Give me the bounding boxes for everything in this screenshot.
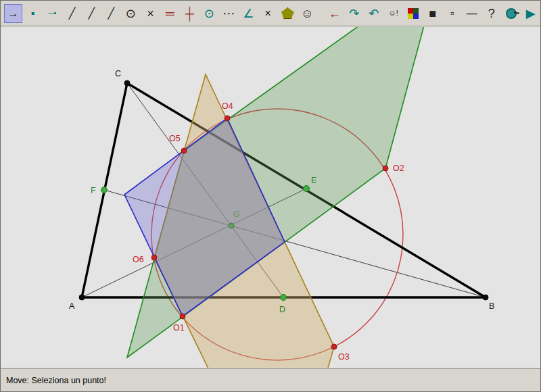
label-A: A [69,301,75,311]
zoom-button-button[interactable] [502,4,520,23]
fill-color-button-button[interactable]: ■ [423,4,442,23]
toolbar-separator [317,5,325,22]
label-O2: O2 [393,164,404,173]
point-O3[interactable] [331,344,337,349]
label-E: E [311,176,316,185]
angle-tool-button[interactable]: ∠ [239,4,258,23]
circle-center-point-tool-icon: ⊙ [126,7,136,20]
point-O2[interactable] [383,166,388,171]
label-O6: O6 [133,255,144,264]
line-style-button-button[interactable]: — [463,4,481,23]
new-point-tool-button[interactable]: ▪ [24,4,42,23]
point-O4[interactable] [225,116,230,121]
point-A[interactable] [79,295,85,300]
line-style-button-icon: — [467,8,477,19]
label-G: G [233,210,240,219]
point-C[interactable] [124,80,130,86]
midpoint-tool-button[interactable]: ⋯ [220,4,238,23]
help-button-icon: ? [488,7,495,20]
relation-tool-button[interactable]: ☺ [298,4,316,23]
angle-tool-icon: ∠ [243,7,254,20]
segment-between-points-tool-icon: ╱ [69,8,76,19]
toolbar: →▪─▪╱╱╱⊙×═┼⊙⋯∠×☺←↷↶☺!■▫—?▶ [1,1,540,26]
point-O6[interactable] [151,255,157,260]
label-F: F [91,186,96,195]
point-O1[interactable] [180,314,185,319]
parallel-line-tool-button[interactable]: ═ [161,4,179,23]
geometry-canvas[interactable]: ABCDEFGO1O2O3O4O5O6 [1,27,540,368]
label-O4: O4 [222,101,233,111]
status-bar: Move: Seleziona un punto! [1,368,540,392]
help-button-button[interactable]: ? [482,4,500,23]
delete-object-tool-button[interactable]: × [259,4,277,23]
intersect-tool-button[interactable]: × [141,4,160,23]
point-style-button-icon: ▫ [450,8,454,19]
undo-object-button-button[interactable]: ↶ [364,4,383,23]
label-O3: O3 [338,352,350,362]
geometry-app-window: →▪─▪╱╱╱⊙×═┼⊙⋯∠×☺←↷↶☺!■▫—?▶ ABCDEFGO1O2O3… [0,0,541,392]
label-B: B [489,301,494,311]
play-button-button[interactable]: ▶ [521,4,540,23]
label-O1: O1 [173,323,185,333]
construction-svg: ABCDEFGO1O2O3O4O5O6 [1,27,540,368]
relation-check-button-icon: ☺! [389,9,398,17]
polygon-icon [281,7,293,19]
circle-three-points-tool-icon: ⊙ [204,7,214,20]
relation-check-button-button[interactable]: ☺! [384,4,402,23]
segment-between-points-tool-button[interactable]: ╱ [63,4,81,23]
point-F[interactable] [101,187,108,193]
new-point-tool-icon: ▪ [31,8,35,19]
move-tool-button[interactable]: → [4,4,22,23]
line-through-points-tool-icon: ╱ [108,8,115,19]
point-E[interactable] [304,186,310,192]
magnifier-icon [506,8,517,19]
ray-tool-icon: ╱ [89,8,95,19]
status-message: Move: Seleziona un punto! [1,376,106,385]
label-O5: O5 [169,134,181,143]
segment-with-point-tool-icon: ─▪ [49,9,57,17]
perpendicular-line-tool-button[interactable]: ┼ [181,4,199,23]
point-O5[interactable] [181,148,187,153]
label-D: D [279,305,285,314]
label-C: C [115,69,121,78]
color-palette-button-button[interactable] [404,4,422,23]
segment-with-point-tool-button[interactable]: ─▪ [43,4,62,23]
undo-object-button-icon: ↶ [369,7,379,20]
relation-tool-icon: ☺ [301,7,313,20]
point-B[interactable] [483,295,488,300]
move-tool-icon: → [7,8,18,19]
line-through-points-tool-button[interactable]: ╱ [102,4,120,23]
undo-button-button[interactable]: ← [325,4,344,23]
circle-three-points-tool-button[interactable]: ⊙ [200,4,218,23]
point-G[interactable] [229,223,234,228]
fill-color-button-icon: ■ [429,7,436,20]
polygon-tool-button[interactable] [279,4,297,23]
intersect-tool-icon: × [147,7,154,20]
ray-tool-button[interactable]: ╱ [83,4,101,23]
color-palette-icon [408,8,419,19]
point-D[interactable] [281,295,287,301]
parallel-line-tool-icon: ═ [166,7,174,20]
redo-object-button-icon: ↷ [349,7,359,20]
perpendicular-line-tool-icon: ┼ [185,7,194,20]
midpoint-tool-icon: ⋯ [222,7,235,20]
point-style-button-button[interactable]: ▫ [443,4,461,23]
undo-button-icon: ← [329,7,341,20]
delete-object-tool-icon: × [265,8,271,19]
play-button-icon: ▶ [526,7,536,20]
redo-object-button-button[interactable]: ↷ [345,4,363,23]
circle-center-point-tool-button[interactable]: ⊙ [122,4,140,23]
